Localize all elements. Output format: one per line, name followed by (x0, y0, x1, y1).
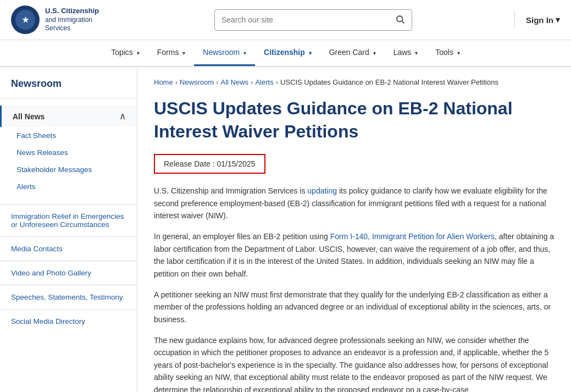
chevron-down-icon: ▾ (457, 50, 460, 56)
breadcrumb-current: USCIS Updates Guidance on EB-2 National … (280, 78, 498, 86)
list-item: Alerts (0, 178, 137, 195)
chevron-down-icon: ▾ (309, 50, 312, 56)
sidebar-divider (0, 309, 137, 310)
article-paragraph-4: The new guidance explains how, for advan… (154, 334, 555, 392)
sidebar-item-allnews[interactable]: All News ∧ (0, 106, 137, 127)
list-item: News Releases (0, 144, 137, 161)
chevron-up-icon: ∧ (119, 111, 126, 122)
sidebar-sub-list: Fact Sheets News Releases Stakeholder Me… (0, 127, 137, 195)
chevron-down-icon: ▾ (182, 50, 185, 56)
sidebar-item-stakeholder[interactable]: Stakeholder Messages (0, 161, 137, 178)
sidebar-title: Newsroom (0, 78, 137, 99)
nav-link-tools[interactable]: Tools ▾ (426, 40, 469, 64)
chevron-down-icon: ▾ (373, 50, 376, 56)
list-item: Stakeholder Messages (0, 161, 137, 178)
nav-item-tools: Tools ▾ (426, 40, 469, 66)
nav-item-topics: Topics ▾ (102, 40, 148, 66)
logo-icon: ★ (11, 5, 40, 34)
breadcrumb: Home › Newsroom › All News › Alerts › US… (154, 78, 555, 86)
sidebar-divider (0, 236, 137, 237)
search-icon (395, 14, 405, 24)
sidebar-item-newsreleases[interactable]: News Releases (0, 144, 137, 161)
main-content: Home › Newsroom › All News › Alerts › US… (137, 67, 571, 392)
nav-item-forms: Forms ▾ (148, 40, 195, 66)
nav-link-laws[interactable]: Laws ▾ (385, 40, 427, 64)
svg-line-4 (402, 21, 404, 23)
main-layout: Newsroom All News ∧ Fact Sheets News Rel… (0, 67, 571, 392)
search-button[interactable] (389, 10, 412, 30)
sidebar-item-video-photo[interactable]: Video and Photo Gallery (0, 263, 137, 283)
sign-in-button[interactable]: Sign In ▾ (526, 15, 560, 25)
nav-item-citizenship: Citizenship ▾ (255, 40, 320, 66)
nav-link-forms[interactable]: Forms ▾ (148, 40, 195, 64)
article-body: U.S. Citizenship and Immigration Service… (154, 185, 555, 392)
logo-area: ★ U.S. Citizenship and Immigration Servi… (11, 5, 132, 34)
list-item: Fact Sheets (0, 127, 137, 144)
breadcrumb-newsroom[interactable]: Newsroom (180, 78, 214, 86)
sidebar-item-speeches[interactable]: Speeches, Statements, Testimony (0, 288, 137, 307)
article-paragraph-1: U.S. Citizenship and Immigration Service… (154, 185, 555, 222)
sidebar-item-immigration-relief[interactable]: Immigration Relief in Emergencies or Unf… (0, 207, 137, 234)
nav-list: Topics ▾ Forms ▾ Newsroom ▾ Citizenship … (11, 40, 560, 66)
chevron-down-icon: ▾ (137, 50, 140, 56)
sidebar-item-factsheets[interactable]: Fact Sheets (0, 127, 137, 144)
nav-item-greencard: Green Card ▾ (320, 40, 385, 66)
sidebar-divider (0, 285, 137, 285)
sidebar-item-social-media[interactable]: Social Media Directory (0, 312, 137, 331)
sidebar-item-media-contacts[interactable]: Media Contacts (0, 239, 137, 258)
header-divider (514, 12, 515, 28)
logo-text: U.S. Citizenship and Immigration Service… (45, 7, 99, 33)
article-paragraph-2: In general, an employer files an EB-2 pe… (154, 230, 555, 280)
nav-link-topics[interactable]: Topics ▾ (102, 40, 148, 64)
sidebar-item-alerts[interactable]: Alerts (0, 178, 137, 195)
svg-text:★: ★ (22, 15, 29, 24)
page-title: USCIS Updates Guidance on EB-2 National … (154, 97, 555, 143)
nav-link-greencard[interactable]: Green Card ▾ (320, 40, 385, 64)
form-i140-link[interactable]: Form I-140, Immigrant Petition for Alien… (330, 232, 495, 241)
breadcrumb-alerts[interactable]: Alerts (255, 78, 273, 86)
nav-item-laws: Laws ▾ (385, 40, 427, 66)
svg-point-3 (397, 16, 403, 22)
search-input[interactable] (215, 11, 389, 29)
sidebar: Newsroom All News ∧ Fact Sheets News Rel… (0, 67, 137, 392)
updating-link[interactable]: updating (307, 186, 337, 195)
sidebar-divider (0, 204, 137, 205)
site-header: ★ U.S. Citizenship and Immigration Servi… (0, 0, 571, 40)
chevron-down-icon: ▾ (556, 15, 560, 25)
search-area (132, 9, 495, 31)
breadcrumb-allnews[interactable]: All News (221, 78, 249, 86)
article-paragraph-3: A petitioner seeking an NIW must first d… (154, 289, 555, 325)
main-nav: Topics ▾ Forms ▾ Newsroom ▾ Citizenship … (0, 40, 571, 67)
chevron-down-icon: ▾ (243, 50, 246, 56)
search-box (214, 9, 412, 31)
nav-item-newsroom: Newsroom ▾ (194, 40, 255, 66)
release-date-box: Release Date : 01/15/2025 (154, 154, 265, 174)
breadcrumb-home[interactable]: Home (154, 78, 173, 86)
chevron-down-icon: ▾ (415, 50, 418, 56)
sidebar-divider (0, 261, 137, 261)
nav-link-newsroom[interactable]: Newsroom ▾ (194, 40, 255, 66)
sidebar-section-allnews: All News ∧ Fact Sheets News Releases Sta… (0, 99, 137, 202)
nav-link-citizenship[interactable]: Citizenship ▾ (255, 40, 320, 64)
sign-in-area: Sign In ▾ (506, 12, 560, 28)
